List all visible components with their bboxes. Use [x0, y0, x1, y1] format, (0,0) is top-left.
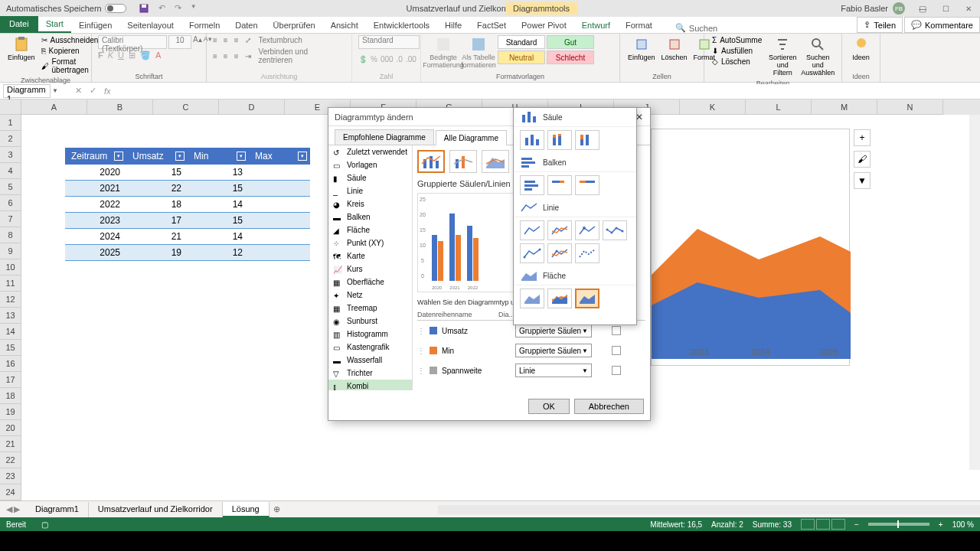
row-header[interactable]: 9: [0, 243, 21, 259]
table-cell[interactable]: 15: [188, 181, 249, 197]
dialog-cancel-button[interactable]: Abbrechen: [574, 399, 644, 414]
tab-data[interactable]: Daten: [227, 18, 265, 33]
embedded-chart[interactable]: 2023 2024 2025 + 🖌 ▼: [651, 129, 850, 366]
undo-icon[interactable]: ↶: [158, 3, 165, 14]
table-cell[interactable]: 12: [188, 245, 249, 261]
zoom-in-button[interactable]: +: [939, 520, 943, 529]
popup-subtype[interactable]: [547, 220, 572, 240]
chart-type-item[interactable]: ▮Säule: [328, 171, 412, 184]
redo-icon[interactable]: ↷: [175, 3, 181, 14]
row-header[interactable]: 14: [0, 324, 21, 340]
table-cell[interactable]: 2025: [65, 245, 126, 261]
font-color-button[interactable]: A: [155, 51, 161, 60]
dialog-ok-button[interactable]: OK: [528, 399, 570, 414]
table-cell[interactable]: 2022: [65, 197, 126, 213]
close-button[interactable]: ✕: [957, 0, 980, 17]
tab-help[interactable]: Hilfe: [437, 18, 469, 33]
row-header[interactable]: 21: [0, 436, 21, 452]
dialog-tab-all[interactable]: Alle Diagramme: [436, 130, 507, 145]
row-header[interactable]: 1: [0, 115, 21, 131]
table-cell[interactable]: 17: [126, 213, 188, 229]
row-header[interactable]: 22: [0, 452, 21, 468]
row-header[interactable]: 5: [0, 179, 21, 195]
row-header[interactable]: 23: [0, 468, 21, 484]
popup-subtype[interactable]: [520, 130, 544, 150]
style-good[interactable]: Gut: [547, 35, 594, 49]
merge-button[interactable]: Verbinden und zentrieren: [257, 47, 345, 65]
align-center-icon[interactable]: ≡: [224, 52, 228, 60]
format-as-table-button[interactable]: Als Tabelle formatieren: [462, 35, 495, 70]
insert-cells-button[interactable]: Einfügen: [626, 35, 657, 63]
autosave-toggle[interactable]: [105, 4, 126, 13]
popup-subtype[interactable]: [575, 243, 599, 263]
tab-format[interactable]: Format: [618, 18, 660, 33]
tab-powerpivot[interactable]: Power Pivot: [514, 18, 574, 33]
underline-button[interactable]: U: [118, 51, 124, 60]
qat-dropdown-icon[interactable]: ▼: [191, 3, 197, 14]
format-painter-button[interactable]: 🖌Format übertragen: [40, 57, 100, 75]
increase-decimal-icon[interactable]: .0: [397, 55, 403, 64]
chart-type-item[interactable]: ▦Oberfläche: [328, 276, 412, 289]
chart-type-item[interactable]: ◕Kreis: [328, 197, 412, 210]
popup-subtype[interactable]: [547, 130, 572, 150]
row-header[interactable]: 12: [0, 292, 21, 308]
comma-icon[interactable]: 000: [381, 55, 394, 64]
row-header[interactable]: 7: [0, 211, 21, 227]
style-standard[interactable]: Standard: [498, 35, 545, 49]
row-header[interactable]: 3: [0, 147, 21, 163]
drag-handle-icon[interactable]: ⋮: [417, 367, 425, 375]
view-normal-button[interactable]: [801, 519, 815, 530]
border-button[interactable]: ⊞: [129, 51, 136, 60]
filter-dropdown-icon[interactable]: ▾: [175, 152, 185, 161]
tab-design[interactable]: Entwurf: [574, 18, 618, 33]
align-middle-icon[interactable]: ≡: [224, 36, 228, 44]
chart-type-item[interactable]: 📈Kurs: [328, 262, 412, 276]
chart-type-item[interactable]: ⁘Punkt (XY): [328, 236, 412, 249]
align-bottom-icon[interactable]: ≡: [234, 36, 239, 44]
chart-filters-button[interactable]: ▼: [854, 172, 871, 189]
share-button[interactable]: ⇪Teilen: [857, 17, 903, 33]
chart-type-item[interactable]: ▬Wasserfall: [328, 354, 412, 367]
filter-dropdown-icon[interactable]: ▾: [114, 152, 123, 161]
secondary-axis-checkbox[interactable]: [612, 366, 621, 375]
autosum-button[interactable]: ΣAutoSumme: [710, 35, 763, 45]
table-row[interactable]: 20251912: [65, 245, 310, 261]
select-all-corner[interactable]: [0, 99, 21, 115]
popup-subtype[interactable]: [547, 175, 572, 195]
align-top-icon[interactable]: ≡: [213, 36, 217, 44]
chart-type-item[interactable]: ▥Histogramm: [328, 328, 412, 341]
popup-subtype[interactable]: [520, 175, 544, 195]
popup-subtype[interactable]: [603, 220, 627, 240]
secondary-axis-checkbox[interactable]: [612, 346, 621, 355]
table-row[interactable]: 20221814: [65, 197, 310, 213]
table-cell[interactable]: 2023: [65, 213, 126, 229]
increase-font-icon[interactable]: A▴: [193, 35, 202, 49]
sheet-nav-next[interactable]: ▶: [14, 504, 20, 514]
row-header[interactable]: 24: [0, 484, 21, 500]
enter-formula-icon[interactable]: ✓: [90, 86, 96, 96]
macro-record-icon[interactable]: ▢: [41, 520, 48, 529]
tab-page-layout[interactable]: Seitenlayout: [119, 18, 181, 33]
table-row[interactable]: 20212215: [65, 181, 310, 197]
style-bad[interactable]: Schlecht: [547, 51, 594, 64]
chart-type-item[interactable]: 🗺Karte: [328, 249, 412, 262]
tab-insert[interactable]: Einfügen: [71, 18, 119, 33]
chart-elements-button[interactable]: +: [854, 129, 871, 146]
comments-button[interactable]: 💬Kommentare: [904, 17, 980, 33]
fx-icon[interactable]: fx: [104, 86, 111, 96]
column-header[interactable]: M: [812, 99, 877, 115]
ideas-button[interactable]: Ideen: [848, 35, 874, 63]
table-header[interactable]: Min▾: [188, 148, 249, 165]
dialog-tab-recommended[interactable]: Empfohlene Diagramme: [335, 129, 434, 145]
tab-devtools[interactable]: Entwicklertools: [366, 18, 437, 33]
table-cell[interactable]: 19: [126, 245, 188, 261]
delete-cells-button[interactable]: Löschen: [660, 35, 689, 63]
table-cell[interactable]: 14: [188, 229, 249, 245]
popup-subtype[interactable]: [575, 130, 599, 150]
user-avatar[interactable]: FB: [893, 2, 905, 15]
table-cell[interactable]: 2021: [65, 181, 126, 197]
chart-type-item[interactable]: ▭Vorlagen: [328, 158, 412, 171]
table-cell[interactable]: 2024: [65, 229, 126, 245]
filter-dropdown-icon[interactable]: ▾: [298, 152, 307, 161]
series-type-dropdown[interactable]: Gruppierte Säulen▼: [515, 324, 592, 337]
